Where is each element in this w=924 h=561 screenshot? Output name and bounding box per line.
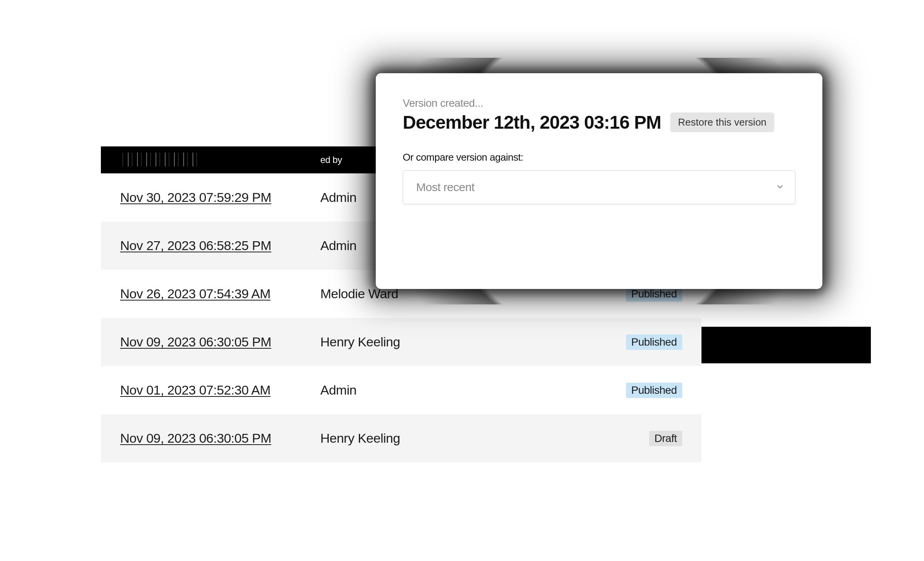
version-date-link[interactable]: Nov 30, 2023 07:59:29 PM [120,190,271,205]
version-author: Admin [320,383,605,398]
version-date-link[interactable]: Nov 26, 2023 07:54:39 AM [120,286,271,301]
chevron-down-icon [776,181,784,194]
version-author: Henry Keeling [320,431,605,446]
status-badge: Draft [649,431,682,446]
version-date-link[interactable]: Nov 09, 2023 06:30:05 PM [120,431,271,445]
version-date-link[interactable]: Nov 01, 2023 07:52:30 AM [120,383,271,397]
version-author: Henry Keeling [320,334,605,349]
status-badge: Published [626,334,682,350]
restore-version-button[interactable]: Restore this version [670,113,774,132]
version-date-link[interactable]: Nov 09, 2023 06:30:05 PM [120,334,271,349]
decorative-black-strip [701,327,871,363]
table-row: Nov 09, 2023 06:30:05 PMHenry KeelingDra… [101,414,701,462]
compare-dropdown[interactable]: Most recent [403,170,795,204]
compare-dropdown-selected: Most recent [416,181,474,194]
header-redaction [119,153,200,166]
panel-title: December 12th, 2023 03:16 PM [403,112,661,133]
compare-label: Or compare version against: [403,151,795,163]
status-badge: Published [626,383,682,398]
version-panel: Version created... December 12th, 2023 0… [376,73,822,289]
table-row: Nov 01, 2023 07:52:30 AMAdminPublished [101,366,701,414]
panel-eyebrow: Version created... [403,97,795,109]
table-row: Nov 09, 2023 06:30:05 PMHenry KeelingPub… [101,318,701,366]
version-date-link[interactable]: Nov 27, 2023 06:58:25 PM [120,238,271,253]
